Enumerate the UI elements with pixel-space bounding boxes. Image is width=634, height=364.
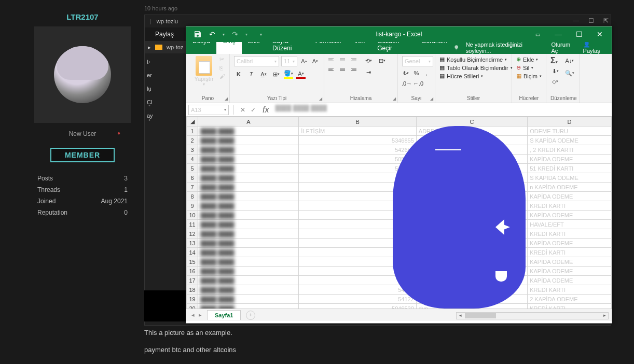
avatar[interactable] [34,26,131,123]
post-text-line: payment btc and other altcoins [144,346,612,354]
user-stats: Posts3 Threads1 JoinedAug 2021 Reputatio… [33,173,132,218]
post-text-line: This a picture as an example. [144,329,612,337]
user-role: New User● [33,130,132,137]
member-badge: MEMBER [50,148,115,162]
username-link[interactable]: LTR2107 [33,12,132,21]
forum-user-panel: LTR2107 New User● MEMBER Posts3 Threads1… [33,0,132,218]
